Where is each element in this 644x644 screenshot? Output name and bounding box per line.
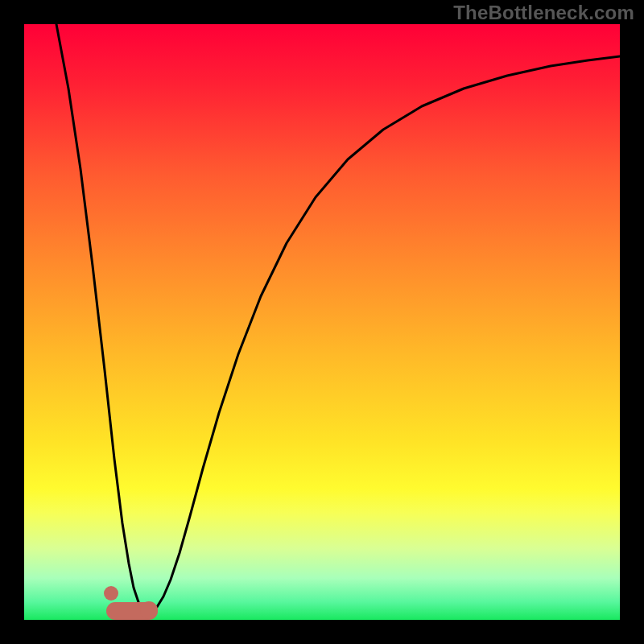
chart-plot-area <box>24 24 620 620</box>
gradient-background <box>24 24 620 620</box>
chart-svg <box>24 24 620 620</box>
watermark-text: TheBottleneck.com <box>453 2 634 24</box>
outer-frame: TheBottleneck.com <box>0 0 644 644</box>
curve-marker-1 <box>140 601 158 619</box>
curve-marker-0 <box>104 586 118 601</box>
